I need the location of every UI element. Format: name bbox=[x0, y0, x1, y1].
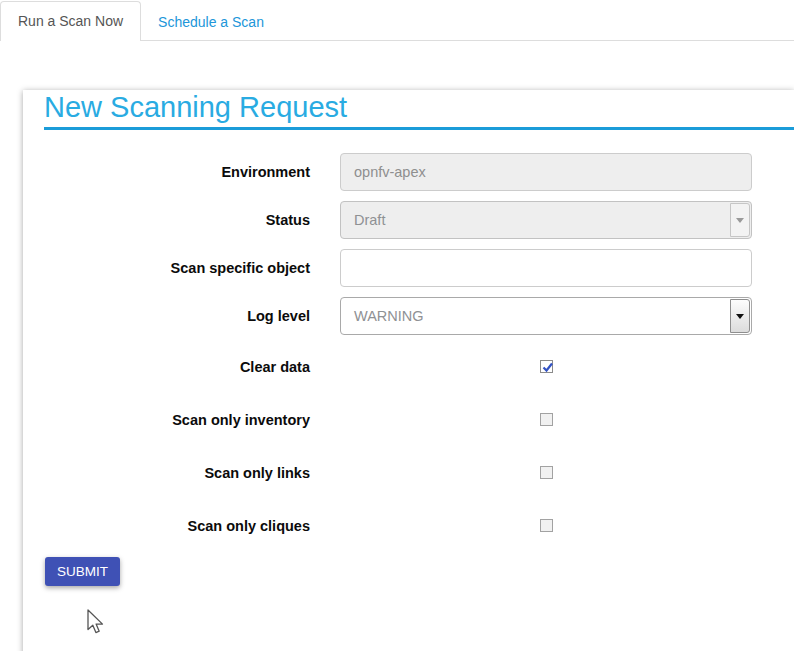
scan-specific-object-label: Scan specific object bbox=[44, 260, 310, 276]
status-select-value: Draft bbox=[354, 212, 385, 228]
status-row: Status Draft bbox=[44, 201, 794, 239]
scan-request-form: Environment Status Draft Scan specific o… bbox=[44, 153, 794, 547]
submit-button[interactable]: SUBMIT bbox=[45, 557, 120, 586]
environment-label: Environment bbox=[44, 164, 310, 180]
new-scan-request-panel: New Scanning Request Environment Status … bbox=[23, 90, 794, 651]
scan-only-inventory-label: Scan only inventory bbox=[44, 412, 310, 428]
log-level-select-value: WARNING bbox=[354, 308, 424, 324]
scan-specific-object-input[interactable] bbox=[340, 249, 752, 287]
clear-data-row: Clear data bbox=[44, 345, 794, 388]
page-title: New Scanning Request bbox=[44, 90, 794, 130]
scan-only-inventory-checkbox[interactable] bbox=[540, 413, 553, 426]
log-level-label: Log level bbox=[44, 308, 310, 324]
scan-only-links-checkbox[interactable] bbox=[540, 466, 553, 479]
scan-only-cliques-checkbox[interactable] bbox=[540, 519, 553, 532]
scan-only-cliques-label: Scan only cliques bbox=[44, 518, 310, 534]
environment-input bbox=[340, 153, 752, 191]
log-level-select[interactable]: WARNING bbox=[340, 297, 752, 335]
tab-schedule-a-scan[interactable]: Schedule a Scan bbox=[141, 3, 281, 40]
scan-specific-object-row: Scan specific object bbox=[44, 249, 794, 287]
tab-run-a-scan-now[interactable]: Run a Scan Now bbox=[0, 1, 141, 41]
scan-only-links-row: Scan only links bbox=[44, 451, 794, 494]
scan-only-links-label: Scan only links bbox=[44, 465, 310, 481]
status-label: Status bbox=[44, 212, 310, 228]
scan-only-inventory-row: Scan only inventory bbox=[44, 398, 794, 441]
check-icon bbox=[541, 360, 555, 374]
status-dropdown-button bbox=[730, 203, 750, 237]
clear-data-label: Clear data bbox=[44, 359, 310, 375]
environment-row: Environment bbox=[44, 153, 794, 191]
status-select: Draft bbox=[340, 201, 752, 239]
tab-bar: Run a Scan Now Schedule a Scan bbox=[0, 0, 794, 41]
chevron-down-icon bbox=[736, 218, 744, 223]
clear-data-checkbox[interactable] bbox=[540, 360, 553, 373]
log-level-row: Log level WARNING bbox=[44, 297, 794, 335]
chevron-down-icon bbox=[736, 314, 744, 319]
log-level-dropdown-button[interactable] bbox=[730, 299, 750, 333]
scan-only-cliques-row: Scan only cliques bbox=[44, 504, 794, 547]
